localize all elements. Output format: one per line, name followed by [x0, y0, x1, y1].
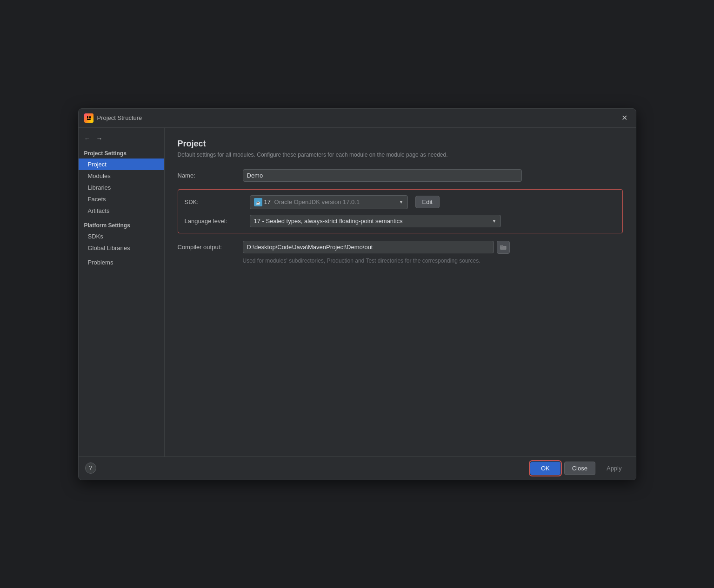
- sdk-row: SDK: ☕ 17 Oracle OpenJDK ver: [185, 195, 616, 209]
- sdk-dropdown[interactable]: ☕ 17 Oracle OpenJDK version 17.0.1 ▼: [250, 195, 408, 209]
- project-structure-dialog: Project Structure ✕ ← → Project Settings…: [78, 108, 636, 480]
- close-button[interactable]: ✕: [619, 112, 630, 124]
- compiler-output-row: Compiler output:: [178, 241, 623, 254]
- apply-button[interactable]: Apply: [599, 462, 629, 475]
- browse-folder-button[interactable]: [497, 241, 510, 254]
- svg-rect-2: [87, 116, 88, 119]
- compiler-output-input[interactable]: [243, 241, 494, 253]
- compiler-hint: Used for modules' subdirectories, Produc…: [243, 258, 623, 264]
- forward-arrow[interactable]: →: [94, 133, 105, 144]
- help-button[interactable]: ?: [85, 462, 96, 474]
- page-description: Default settings for all modules. Config…: [178, 152, 623, 158]
- sidebar-item-global-libraries[interactable]: Global Libraries: [79, 242, 164, 254]
- dialog-body: ← → Project Settings Project Modules Lib…: [79, 128, 636, 456]
- svg-rect-3: [89, 116, 91, 119]
- name-input[interactable]: [243, 169, 522, 182]
- svg-rect-1: [87, 119, 91, 120]
- compiler-output-label: Compiler output:: [178, 244, 243, 251]
- language-level-dropdown[interactable]: 17 - Sealed types, always-strict floatin…: [250, 215, 501, 227]
- platform-settings-header: Platform Settings: [79, 219, 164, 231]
- edit-sdk-button[interactable]: Edit: [415, 196, 440, 208]
- sidebar-item-modules[interactable]: Modules: [79, 170, 164, 182]
- back-arrow[interactable]: ←: [82, 133, 93, 144]
- name-row: Name:: [178, 169, 623, 182]
- project-settings-header: Project Settings: [79, 147, 164, 159]
- page-title: Project: [178, 139, 623, 149]
- sdk-language-section: SDK: ☕ 17 Oracle OpenJDK ver: [178, 189, 623, 233]
- sidebar-item-problems[interactable]: Problems: [79, 257, 164, 268]
- ok-button[interactable]: OK: [530, 462, 561, 475]
- sidebar-item-sdks[interactable]: SDKs: [79, 231, 164, 242]
- language-dropdown-arrow: ▼: [492, 218, 497, 224]
- sidebar-item-libraries[interactable]: Libraries: [79, 182, 164, 193]
- nav-arrows: ← →: [79, 132, 164, 147]
- title-bar: Project Structure ✕: [79, 109, 636, 128]
- close-dialog-button[interactable]: Close: [564, 462, 595, 475]
- sidebar-item-facets[interactable]: Facets: [79, 193, 164, 205]
- sdk-icon: ☕: [254, 198, 262, 206]
- sidebar-item-artifacts[interactable]: Artifacts: [79, 205, 164, 217]
- name-label: Name:: [178, 172, 243, 179]
- language-level-label: Language level:: [185, 218, 250, 225]
- app-icon: [84, 113, 93, 123]
- sidebar-item-project[interactable]: Project: [79, 159, 164, 170]
- name-control: [243, 169, 522, 182]
- svg-rect-0: [86, 115, 92, 121]
- dialog-title: Project Structure: [97, 114, 619, 121]
- main-content: Project Default settings for all modules…: [165, 128, 636, 456]
- bottom-bar: ? OK Close Apply: [79, 456, 636, 480]
- sdk-label: SDK:: [185, 198, 250, 205]
- sdk-dropdown-arrow: ▼: [399, 199, 404, 205]
- sidebar: ← → Project Settings Project Modules Lib…: [79, 128, 165, 456]
- intellij-logo: [84, 113, 93, 123]
- language-level-row: Language level: 17 - Sealed types, alway…: [185, 215, 616, 227]
- svg-text:☕: ☕: [256, 200, 260, 205]
- sdk-controls: ☕ 17 Oracle OpenJDK version 17.0.1 ▼ Edi…: [250, 195, 440, 209]
